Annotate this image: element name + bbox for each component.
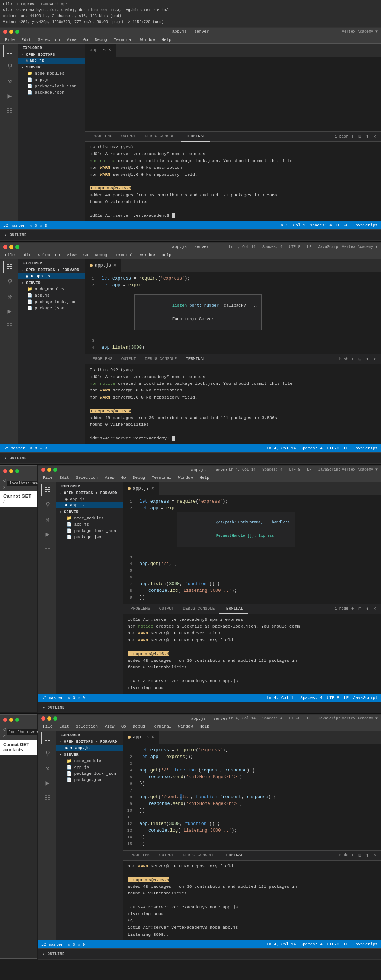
tab-3[interactable]: app.js ×	[123, 482, 159, 495]
editor-content-1[interactable]: 1	[85, 57, 381, 131]
sidebar-appjs-3a[interactable]: ◉ app.js	[56, 496, 123, 502]
pt-3[interactable]: TERMINAL	[219, 604, 248, 614]
panel-max-2[interactable]: ⬆	[364, 355, 370, 363]
ed-3[interactable]: 1 let express = require('express'); 2 le…	[123, 495, 381, 604]
sidebar-node-modules-1[interactable]: 📁 node_modules	[18, 70, 85, 76]
panel-split-2[interactable]: ⊟	[357, 355, 363, 363]
mhelp-3[interactable]: Help	[196, 475, 212, 481]
minimize-btn-2[interactable]	[9, 245, 13, 249]
git-3[interactable]: ⚒	[41, 514, 53, 525]
medit-3[interactable]: Edit	[56, 475, 72, 481]
pclose-3[interactable]: ×	[372, 605, 378, 612]
tab-close-2[interactable]: ×	[113, 262, 116, 269]
ms4[interactable]: Selection	[73, 724, 101, 729]
debug-icon-1[interactable]: ▶	[3, 90, 15, 102]
me4[interactable]: Edit	[56, 724, 72, 729]
maximize-btn-1[interactable]	[15, 30, 19, 34]
menu-terminal-2[interactable]: Terminal	[111, 252, 137, 258]
exp-3[interactable]: ☵	[41, 484, 53, 496]
padd-3[interactable]: +	[350, 605, 356, 612]
close-btn-2[interactable]	[3, 245, 8, 249]
browser-min-3[interactable]	[9, 469, 13, 473]
md4[interactable]: Debug	[130, 724, 148, 729]
pkg-3[interactable]: 📄 package.json	[56, 534, 123, 540]
app-3[interactable]: 📄 app.js	[56, 521, 123, 528]
menu-window-2[interactable]: Window	[137, 252, 158, 258]
browser-close-3[interactable]	[3, 469, 7, 473]
search-icon-1[interactable]: ⚲	[3, 60, 15, 72]
sidebar-package-json-2[interactable]: 📄 package.json	[18, 305, 85, 311]
close-4[interactable]	[41, 716, 45, 721]
panel-problems-2[interactable]: PROBLEMS	[88, 354, 117, 364]
menu-help-1[interactable]: Help	[158, 37, 174, 43]
exp-4[interactable]: ☵	[41, 732, 53, 744]
max-3[interactable]	[53, 468, 57, 472]
psplit-3[interactable]: ⊟	[357, 605, 363, 612]
srch-4[interactable]: ⚲	[41, 747, 53, 759]
min-4[interactable]	[47, 716, 51, 721]
dbg-4[interactable]: ▶	[41, 777, 53, 789]
sidebar-appjs-2[interactable]: ◉ ● app.js	[18, 273, 85, 279]
explorer-icon-2[interactable]: ☵	[3, 261, 15, 272]
pt-4[interactable]: TERMINAL	[219, 850, 248, 860]
msel-3[interactable]: Selection	[73, 475, 101, 481]
search-icon-2[interactable]: ⚲	[3, 275, 15, 287]
menu-file-1[interactable]: File	[2, 37, 18, 43]
menu-file-2[interactable]: File	[2, 252, 18, 258]
pmax-4[interactable]: ⬆	[364, 852, 370, 859]
panel-tab-terminal-1[interactable]: TERMINAL	[181, 132, 210, 142]
panel-split-btn-1[interactable]: ⊟	[357, 133, 363, 140]
editor-content-2[interactable]: 1 let express = require('express'); 2 le…	[85, 272, 381, 354]
panel-close-btn-1[interactable]: ×	[372, 133, 378, 140]
menu-debug-2[interactable]: Debug	[92, 252, 110, 258]
debug-icon-2[interactable]: ▶	[3, 305, 15, 317]
minimize-btn-1[interactable]	[9, 30, 13, 34]
app4-active[interactable]: ◉ ● app.js	[56, 745, 123, 751]
tab-appjs-1[interactable]: app.js ×	[85, 44, 116, 57]
node-3[interactable]: 📁 node_modules	[56, 515, 123, 521]
mgo-3[interactable]: Go	[118, 475, 129, 481]
mterm-3[interactable]: Terminal	[149, 475, 174, 481]
sidebar-appjs-file-2[interactable]: 📄 app.js	[18, 292, 85, 299]
mw4[interactable]: Window	[175, 724, 196, 729]
git-4[interactable]: ⚒	[41, 762, 53, 774]
menu-selection-1[interactable]: Selection	[35, 37, 63, 43]
panel-terminal-2[interactable]: TERMINAL	[181, 354, 210, 364]
sidebar-appjs-file-1[interactable]: 📄 app.js	[18, 76, 85, 83]
terminal-content-1[interactable]: Is this OK? (yes) id01s-Air:server verte…	[85, 142, 381, 221]
menu-help-2[interactable]: Help	[158, 252, 174, 258]
panel-add-btn-1[interactable]: +	[350, 133, 356, 140]
menu-view-2[interactable]: View	[64, 252, 79, 258]
menu-debug-1[interactable]: Debug	[92, 37, 110, 43]
pkg-4[interactable]: 📄 package.json	[56, 776, 123, 783]
ext-4[interactable]: ☷	[41, 792, 53, 804]
menu-terminal-1[interactable]: Terminal	[111, 37, 137, 43]
menu-window-1[interactable]: Window	[137, 37, 158, 43]
psplit-4[interactable]: ⊟	[357, 852, 363, 859]
tab-close-1[interactable]: ×	[108, 47, 111, 53]
bclose-4[interactable]	[3, 718, 7, 722]
sidebar-package-lock-2[interactable]: 📄 package-lock.json	[18, 299, 85, 305]
dbg-3[interactable]: ▶	[41, 528, 53, 540]
browser-max-3[interactable]	[15, 469, 19, 473]
ext-3[interactable]: ☷	[41, 543, 53, 555]
explorer-icon-1[interactable]: ☵	[3, 45, 15, 57]
mfile-3[interactable]: File	[40, 475, 56, 481]
bmin-4[interactable]	[9, 718, 13, 722]
mdebug-3[interactable]: Debug	[130, 475, 148, 481]
git-icon-1[interactable]: ⚒	[3, 75, 15, 87]
extensions-icon-1[interactable]: ☷	[3, 105, 15, 117]
panel-add-2[interactable]: +	[350, 356, 356, 363]
plock-3[interactable]: 📄 package-lock.json	[56, 528, 123, 534]
menu-view-1[interactable]: View	[64, 37, 79, 43]
menu-go-2[interactable]: Go	[80, 252, 91, 258]
app4-file[interactable]: 📄 app.js	[56, 764, 123, 770]
menu-edit-1[interactable]: Edit	[18, 37, 34, 43]
po-3[interactable]: OUTPUT	[155, 604, 179, 614]
panel-max-btn-1[interactable]: ⬆	[364, 133, 370, 140]
min-3[interactable]	[47, 468, 51, 472]
pmax-3[interactable]: ⬆	[364, 605, 370, 612]
term-4[interactable]: npm WARN server@1.0.0 No repository fiel…	[123, 861, 381, 940]
pclose-4[interactable]: ×	[372, 852, 378, 859]
mh4[interactable]: Help	[196, 724, 212, 729]
